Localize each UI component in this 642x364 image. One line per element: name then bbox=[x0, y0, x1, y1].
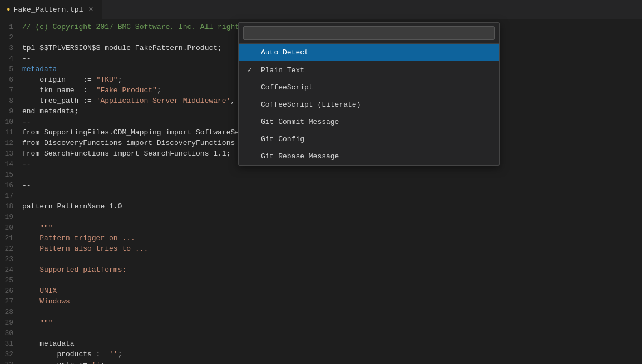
language-option-label: Plain Text bbox=[261, 66, 490, 74]
table-row: 30 bbox=[0, 328, 642, 338]
language-option-coffeescript-literate[interactable]: CoffeeScript (Literate) bbox=[239, 96, 499, 113]
dropdown-search-container bbox=[239, 23, 499, 44]
tab-bar: ● Fake_Pattern.tpl × bbox=[0, 0, 642, 19]
language-option-git-commit-message[interactable]: Git Commit Message bbox=[239, 113, 499, 131]
table-row: 16 -- bbox=[0, 180, 642, 191]
language-option-label: Git Rebase Message bbox=[261, 152, 490, 161]
file-tab-icon: ● bbox=[7, 6, 11, 13]
table-row: 25 bbox=[0, 275, 642, 286]
table-row: 26 UNIX bbox=[0, 286, 642, 296]
table-row: 29 """ bbox=[0, 317, 642, 328]
table-row: 22 Pattern also tries to ... bbox=[0, 243, 642, 254]
language-search-input[interactable] bbox=[243, 26, 495, 40]
table-row: 20 """ bbox=[0, 222, 642, 233]
file-tab-label: Fake_Pattern.tpl bbox=[14, 6, 83, 14]
table-row: 32 products := ''; bbox=[0, 349, 642, 360]
table-row: 23 bbox=[0, 254, 642, 265]
table-row: 28 bbox=[0, 307, 642, 317]
language-option-auto-detect[interactable]: Auto Detect bbox=[239, 44, 499, 61]
language-option-label: CoffeeScript (Literate) bbox=[261, 101, 490, 109]
table-row: 24 Supported platforms: bbox=[0, 265, 642, 275]
table-row: 18 pattern PatternName 1.0 bbox=[0, 201, 642, 212]
tab-close-button[interactable]: × bbox=[86, 5, 95, 14]
table-row: 31 metadata bbox=[0, 338, 642, 349]
language-option-label: Git Config bbox=[261, 135, 490, 143]
language-option-label: Git Commit Message bbox=[261, 118, 490, 126]
table-row: 19 bbox=[0, 212, 642, 222]
table-row: 33 urls := ''; bbox=[0, 360, 642, 364]
language-option-label: Auto Detect bbox=[261, 48, 490, 57]
main-content: 1 // (c) Copyright 2017 BMC Software, In… bbox=[0, 19, 642, 364]
language-option-label: CoffeeScript bbox=[261, 83, 490, 92]
checkmark-plain-text: ✓ bbox=[248, 66, 256, 74]
language-dropdown[interactable]: Auto Detect ✓ Plain Text CoffeeScript Co… bbox=[238, 22, 500, 166]
file-tab[interactable]: ● Fake_Pattern.tpl × bbox=[0, 0, 102, 19]
language-option-plain-text[interactable]: ✓ Plain Text bbox=[239, 61, 499, 79]
language-option-git-config[interactable]: Git Config bbox=[239, 131, 499, 148]
table-row: 27 Windows bbox=[0, 296, 642, 307]
language-option-coffeescript[interactable]: CoffeeScript bbox=[239, 79, 499, 96]
table-row: 15 bbox=[0, 169, 642, 180]
table-row: 17 bbox=[0, 191, 642, 201]
table-row: 21 Pattern trigger on ... bbox=[0, 233, 642, 243]
language-option-git-rebase-message[interactable]: Git Rebase Message bbox=[239, 148, 499, 165]
